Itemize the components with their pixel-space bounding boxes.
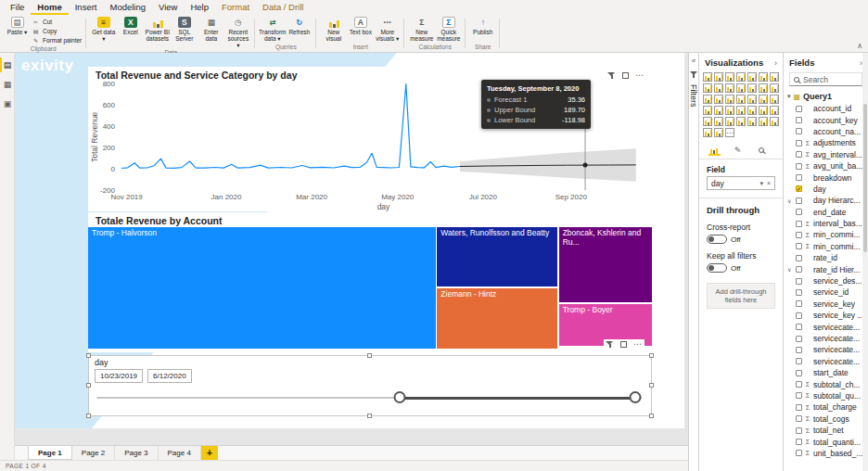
page-tab-page-4[interactable]: Page 4 <box>159 446 201 460</box>
ribbon-button-excel[interactable]: XExcel <box>118 16 143 35</box>
visual-icon-ribbon[interactable] <box>747 83 757 93</box>
field-checkbox[interactable] <box>796 347 802 353</box>
field-item-adjustments[interactable]: Σadjustments <box>784 137 862 148</box>
format-pane-tab[interactable]: ✎ <box>732 144 744 156</box>
slicer-start-date[interactable]: 10/23/2019 <box>95 369 143 383</box>
field-item-total-charge[interactable]: Σtotal_charge <box>784 401 862 413</box>
ribbon-button-recent-sources[interactable]: ◷Recent sources ▾ <box>225 16 250 48</box>
field-item-interval-bas[interactable]: Σinterval_bas... <box>784 218 862 229</box>
field-item-day-hierarc[interactable]: ∨day Hierarc... <box>784 195 862 206</box>
field-checkbox[interactable] <box>796 278 802 285</box>
page-tab-page-3[interactable]: Page 3 <box>115 446 158 460</box>
visual-icon-table[interactable] <box>759 106 768 115</box>
field-checkbox[interactable] <box>796 209 802 215</box>
field-checkbox[interactable] <box>796 312 802 319</box>
field-item-service-key[interactable]: service_key ... <box>784 310 862 321</box>
visual-icon-line-and-clustered-column[interactable] <box>725 83 734 93</box>
menu-tab-insert[interactable]: Insert <box>69 0 104 15</box>
chevron-down-icon[interactable]: ▾ <box>760 180 763 187</box>
ribbon-button-copy[interactable]: ▤Copy <box>32 27 82 35</box>
treemap-block-zboncak-kshlerin-and-ru[interactable]: Zboncak, Kshlerin and Ru... <box>559 227 652 302</box>
field-checkbox[interactable] <box>796 404 802 411</box>
selection-handle[interactable] <box>649 383 654 388</box>
slicer-end-date[interactable]: 6/12/2020 <box>147 369 192 383</box>
field-checkbox[interactable] <box>796 232 802 238</box>
report-page[interactable]: exivity Total Revenue and Service Catego… <box>15 53 684 428</box>
ribbon-button-sql-server[interactable]: SSQL Server <box>172 16 197 42</box>
selection-handle[interactable] <box>86 383 91 388</box>
field-checkbox[interactable] <box>796 439 802 445</box>
field-checkbox[interactable] <box>796 427 802 434</box>
slicer-handle-right[interactable] <box>629 391 641 403</box>
field-checkbox[interactable] <box>796 266 802 273</box>
field-item-rate-id[interactable]: rate_id <box>784 252 862 263</box>
field-checkbox[interactable] <box>796 370 802 376</box>
visual-icon-matrix[interactable] <box>770 106 779 115</box>
field-item-total-quanti[interactable]: Σtotal_quanti... <box>784 436 862 447</box>
field-checkbox[interactable] <box>796 381 802 388</box>
field-checkbox[interactable] <box>796 336 802 342</box>
field-checkbox[interactable] <box>796 128 802 134</box>
visual-icon-map[interactable] <box>747 95 757 104</box>
field-item-servicecate[interactable]: servicecate... <box>784 344 862 355</box>
selection-handle[interactable] <box>649 414 654 418</box>
visual-icon-pie[interactable] <box>714 95 723 104</box>
field-item-service-des[interactable]: service_des... <box>784 275 862 286</box>
field-item-avg-interval[interactable]: Σavg_interval... <box>784 149 862 160</box>
field-item-total-cogs[interactable]: Σtotal_cogs <box>784 414 862 425</box>
visual-icon-key-influencers[interactable] <box>725 117 734 126</box>
filter-icon[interactable] <box>607 71 616 80</box>
visual-icon-power-apps[interactable] <box>714 128 723 137</box>
visual-icon-get-more-visuals[interactable]: ⋯ <box>725 128 734 137</box>
visual-icon-shape-map[interactable] <box>770 95 779 104</box>
field-item-unit-based[interactable]: Σunit_based_... <box>784 448 862 459</box>
model-view-icon[interactable]: ▣ <box>0 96 15 111</box>
field-item-avg-unit-ba[interactable]: Σavg_unit_ba... <box>784 160 862 172</box>
drill-through-dropzone[interactable]: Add drill-through fields here <box>707 283 775 309</box>
visual-icon-100-stacked-column[interactable] <box>759 72 768 82</box>
page-tab-page-2[interactable]: Page 2 <box>72 446 115 460</box>
visual-icon-waterfall[interactable] <box>759 83 768 93</box>
date-slicer-visual[interactable]: day 10/23/2019 6/12/2020 <box>88 355 652 416</box>
selection-handle[interactable] <box>86 353 91 358</box>
visual-icon-qa[interactable] <box>747 117 757 126</box>
visual-icon-arcgis-map[interactable] <box>703 128 712 137</box>
visual-icon-multi-row-card[interactable] <box>725 106 734 115</box>
field-item-breakdown[interactable]: breakdown <box>784 172 862 183</box>
filters-pane-collapsed[interactable]: « Filters <box>688 53 699 471</box>
ribbon-collapse-icon[interactable]: ∧ <box>857 42 862 50</box>
slicer-selected-range[interactable] <box>400 397 635 400</box>
treemap-visual[interactable]: Totale Revenue by Account Tromp - Halvor… <box>88 212 652 352</box>
focus-mode-icon[interactable] <box>622 72 629 79</box>
visual-icon-paginated-report[interactable] <box>770 117 779 126</box>
fields-scrollbar[interactable] <box>862 53 868 471</box>
ribbon-button-new-measure[interactable]: ΣNew measure <box>409 16 434 42</box>
ribbon-button-more-visuals[interactable]: ⋯More visuals ▾ <box>375 16 400 42</box>
visual-icon-donut[interactable] <box>725 95 734 104</box>
page-tab-page-1[interactable]: Page 1 <box>28 446 72 460</box>
field-checkbox[interactable] <box>796 140 802 146</box>
field-item-start-date[interactable]: start_date <box>784 367 862 378</box>
field-item-account-na[interactable]: account_na... <box>784 126 862 137</box>
chart-plot-area[interactable]: Tuesday, September 8, 2020 Forecast 135.… <box>121 83 645 190</box>
ribbon-button-format-painter[interactable]: ✎Format painter <box>32 36 82 45</box>
focus-mode-icon[interactable] <box>620 341 627 348</box>
field-item-account-key[interactable]: account_key <box>784 114 862 125</box>
add-page-button[interactable]: + <box>201 446 218 460</box>
ribbon-button-power-bi-datasets[interactable]: Power BI datasets <box>145 16 170 42</box>
field-checkbox[interactable] <box>796 415 802 422</box>
menu-tab-help[interactable]: Help <box>184 0 215 15</box>
selection-handle[interactable] <box>367 353 372 358</box>
line-chart-visual[interactable]: Total Revenue and Service Category by da… <box>88 67 652 211</box>
field-checkbox[interactable] <box>796 300 802 307</box>
fields-search-input[interactable]: Search <box>789 72 862 86</box>
menu-tab-modeling[interactable]: Modeling <box>103 0 152 15</box>
field-checkbox[interactable] <box>796 197 802 204</box>
selection-handle[interactable] <box>649 353 654 358</box>
collapse-visualizations-icon[interactable]: › <box>774 58 777 68</box>
field-checkbox[interactable] <box>796 358 802 364</box>
ribbon-button-get-data[interactable]: ≡Get data ▾ <box>91 16 116 42</box>
field-checkbox[interactable] <box>796 255 802 261</box>
more-options-icon[interactable]: ⋯ <box>635 72 645 79</box>
ribbon-button-enter-data[interactable]: ▦Enter data <box>198 16 223 42</box>
